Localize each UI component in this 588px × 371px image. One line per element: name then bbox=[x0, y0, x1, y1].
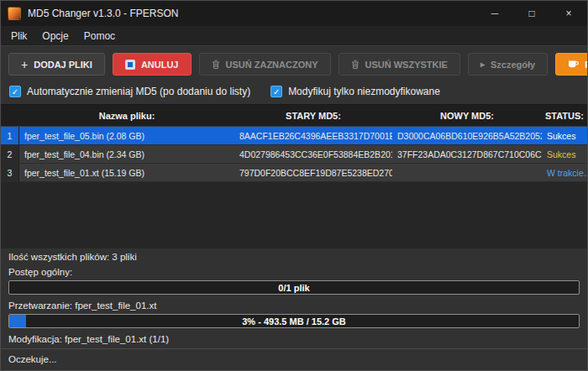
header-new-md5[interactable]: NOWY MD5: bbox=[392, 111, 542, 121]
stop-icon bbox=[125, 60, 135, 70]
checkbox-checked-icon[interactable]: ✓ bbox=[9, 86, 21, 97]
remove-all-label: USUŃ WSZYSTKIE bbox=[365, 60, 448, 70]
header-status[interactable]: STATUS: bbox=[542, 111, 587, 121]
header-old-md5[interactable]: STARY MD5: bbox=[234, 111, 392, 121]
file-name-cell: fper_test_file_01.xt (15.19 GB) bbox=[19, 164, 234, 181]
modify-only-checkbox[interactable]: ✓ Modyfikuj tylko niezmodyfikowane bbox=[270, 86, 440, 97]
menu-item-opcje[interactable]: Opcje bbox=[34, 28, 76, 44]
status-bar: Oczekuje... bbox=[1, 348, 587, 370]
new-md5-cell: 37FF23ADA0C3127D867C710C06C15A44 bbox=[392, 145, 542, 163]
table-row[interactable]: 2 fper_test_file_04.bin (2.34 GB) 4D0279… bbox=[1, 145, 587, 164]
checkbox-checked-icon[interactable]: ✓ bbox=[270, 86, 282, 97]
table-header-row: Nazwa pliku: STARY MD5: NOWY MD5: STATUS… bbox=[1, 105, 587, 127]
menu-bar: Plik Opcje Pomoc bbox=[1, 26, 587, 46]
buy-coffee-button[interactable]: Postaw mi kawę bbox=[555, 53, 588, 76]
toolbar: + DODAJ PLIKI ANULUJ USUŃ ZAZNACZONY USU… bbox=[1, 46, 587, 82]
old-md5-cell: 8AACF1EB26C4396AEEB3317D7001EC98 bbox=[234, 127, 392, 144]
overall-progress-label: Postęp ogólny: bbox=[1, 264, 587, 279]
close-button-icon[interactable]: × bbox=[550, 1, 587, 26]
details-button[interactable]: ▸ Szczegóły bbox=[468, 53, 548, 76]
remove-selected-label: USUŃ ZAZNACZONY bbox=[226, 60, 318, 70]
row-number: 3 bbox=[1, 164, 19, 181]
details-label: Szczegóły bbox=[491, 60, 535, 70]
plus-icon: + bbox=[21, 59, 28, 71]
modify-only-label: Modyfikuj tylko niezmodyfikowane bbox=[288, 86, 440, 97]
old-md5-cell: 797D0F20BCC8EF19D87E5238ED27049B bbox=[234, 164, 392, 181]
old-md5-cell: 4D027986453CC36E0F53884EB2B201E0 bbox=[234, 145, 392, 163]
title-bar: MD5 Changer v1.3.0 - FPERSON ─ □ × bbox=[1, 1, 587, 26]
minimize-button-icon[interactable]: ─ bbox=[476, 1, 513, 26]
trash-icon bbox=[351, 60, 360, 70]
auto-change-md5-checkbox[interactable]: ✓ Automatycznie zmieniaj MD5 (po dodaniu… bbox=[9, 86, 250, 97]
status-cell: W trakcie... bbox=[542, 164, 587, 181]
header-file-name[interactable]: Nazwa pliku: bbox=[19, 111, 234, 121]
coffee-cup-icon bbox=[568, 60, 579, 69]
table-empty-area bbox=[1, 182, 587, 248]
processing-label: Przetwarzanie: fper_test_file_01.xt bbox=[1, 297, 587, 312]
cancel-button[interactable]: ANULUJ bbox=[113, 53, 192, 76]
remove-all-button[interactable]: USUŃ WSZYSTKIE bbox=[339, 53, 460, 76]
overall-progress-text: 0/1 plik bbox=[9, 281, 579, 294]
file-name-cell: fper_test_file_04.bin (2.34 GB) bbox=[19, 145, 234, 163]
row-number: 2 bbox=[1, 145, 19, 163]
file-table: Nazwa pliku: STARY MD5: NOWY MD5: STATUS… bbox=[1, 104, 587, 248]
maximize-button-icon[interactable]: □ bbox=[513, 1, 550, 26]
trash-icon bbox=[212, 60, 220, 70]
remove-selected-button[interactable]: USUŃ ZAZNACZONY bbox=[199, 53, 331, 76]
new-md5-cell bbox=[392, 164, 542, 181]
row-number: 1 bbox=[1, 127, 19, 144]
file-count-label: Ilość wszystkich plików: 3 pliki bbox=[1, 248, 587, 264]
overall-progress-bar: 0/1 plik bbox=[8, 280, 580, 295]
add-files-label: DODAJ PLIKI bbox=[34, 60, 92, 70]
window-title: MD5 Changer v1.3.0 - FPERSON bbox=[28, 8, 178, 19]
app-window: MD5 Changer v1.3.0 - FPERSON ─ □ × Plik … bbox=[0, 0, 588, 371]
buy-coffee-label: Postaw mi kawę bbox=[585, 60, 588, 70]
file-name-cell: fper_test_file_05.bin (2.08 GB) bbox=[19, 127, 234, 144]
status-cell: Sukces bbox=[542, 127, 587, 144]
window-controls: ─ □ × bbox=[476, 1, 587, 26]
table-row[interactable]: 1 fper_test_file_05.bin (2.08 GB) 8AACF1… bbox=[1, 127, 587, 145]
menu-item-pomoc[interactable]: Pomoc bbox=[76, 28, 123, 44]
status-cell: Sukces bbox=[542, 145, 587, 163]
file-progress-bar: 3% - 493.5 MB / 15.2 GB bbox=[8, 314, 580, 328]
modification-label: Modyfikacja: fper_test_file_01.xt (1/1) bbox=[1, 331, 587, 346]
options-row: ✓ Automatycznie zmieniaj MD5 (po dodaniu… bbox=[1, 82, 587, 104]
auto-change-md5-label: Automatycznie zmieniaj MD5 (po dodaniu d… bbox=[27, 86, 250, 97]
add-files-button[interactable]: + DODAJ PLIKI bbox=[8, 53, 105, 76]
menu-item-plik[interactable]: Plik bbox=[3, 28, 34, 44]
table-row[interactable]: 3 fper_test_file_01.xt (15.19 GB) 797D0F… bbox=[1, 164, 587, 182]
app-icon bbox=[8, 7, 21, 20]
cancel-label: ANULUJ bbox=[141, 60, 179, 70]
chevron-right-icon: ▸ bbox=[480, 60, 485, 69]
file-progress-text: 3% - 493.5 MB / 15.2 GB bbox=[9, 315, 579, 327]
new-md5-cell: D3000CA06BD610E926B5A52B20521C84 bbox=[392, 127, 542, 144]
